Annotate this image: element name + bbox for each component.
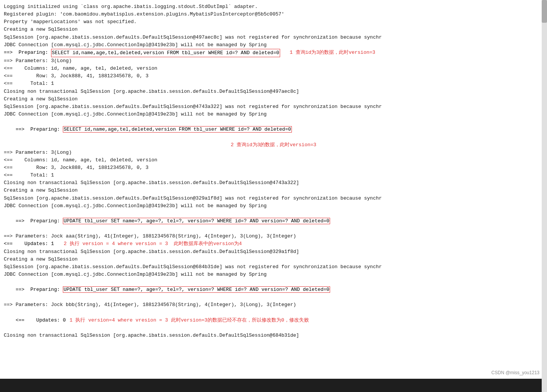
sql-box-4: UPDATE tbl_user SET name=?, age=?, tel=?… — [63, 286, 330, 293]
log-line-12: Closing non transactional SqlSession [or… — [4, 88, 543, 95]
preparing-prefix-2: ==> Preparing: — [16, 127, 63, 132]
log-line-21: Closing non transactional SqlSession [or… — [4, 179, 543, 187]
annotation-1: 1 查询id为3的数据，此时version=3 — [284, 49, 376, 56]
log-line-33: ==> Parameters: Jock bbb(String), 41(Int… — [4, 301, 543, 309]
updates-0-text: <== Updates: 0 — [16, 317, 66, 323]
sql-box-1: SELECT id,name,age,tel,deleted,version F… — [51, 49, 280, 57]
log-line-13: Creating a new SqlSession — [4, 95, 543, 103]
console-area: Logging initialized using `class org.apa… — [0, 0, 547, 379]
log-line-25: ==> Preparing: UPDATE tbl_user SET name=… — [4, 210, 543, 233]
log-line-28: Closing non transactional SqlSession [or… — [4, 248, 543, 256]
annotation-3: 2 执行 version = 4 where version = 3 此时数据库… — [58, 240, 242, 248]
preparing-prefix-3: ==> Preparing: — [16, 218, 63, 224]
log-line-2: Registered plugin: 'com.baomidou.mybatis… — [4, 11, 543, 18]
log-line-29: Creating a new SqlSession — [4, 256, 543, 263]
log-line-8: ==> Parameters: 3(Long) — [4, 57, 543, 65]
log-line-17: ==> Parameters: 3(Long) — [4, 149, 543, 156]
log-line-5: SqlSession [org.apache.ibatis.session.de… — [4, 34, 543, 41]
updates-1-text: <== Updates: 1 — [4, 240, 54, 248]
log-line-11: <== Total: 1 — [4, 80, 543, 87]
sql-box-3: UPDATE tbl_user SET name=?, age=?, tel=?… — [63, 218, 330, 224]
log-line-34: <== Updates: 01 执行 version=4 where vresi… — [4, 309, 543, 332]
scroll-thumb[interactable] — [542, 0, 547, 23]
log-line-14: SqlSession [org.apache.ibatis.session.de… — [4, 103, 543, 111]
sql-box-2: SELECT id,name,age,tel,deleted,version F… — [63, 126, 292, 133]
preparing-prefix-1: ==> Preparing: — [4, 49, 51, 56]
log-line-10: <== Row: 3, Jock888, 41, 18812345678, 0,… — [4, 72, 543, 80]
log-line-35: Closing non transactional SqlSession [or… — [4, 332, 543, 339]
log-line-32: ==> Preparing: UPDATE tbl_user SET name=… — [4, 278, 543, 301]
log-line-16: ==> Preparing: SELECT id,name,age,tel,de… — [4, 118, 543, 141]
log-line-22: Creating a new SqlSession — [4, 187, 543, 194]
annotation-block-2: 2 查询id为3的数据，此时version=3 — [4, 141, 543, 149]
log-line-31: JDBC Connection [com.mysql.cj.jdbc.Conne… — [4, 271, 543, 278]
log-line-18: <== Columns: id, name, age, tel, deleted… — [4, 156, 543, 164]
annotation-4: 1 执行 version=4 where vresion = 3 此时versi… — [70, 317, 309, 323]
log-line-1: Logging initialized using `class org.apa… — [4, 3, 543, 11]
log-line-15: JDBC Connection [com.mysql.cj.jdbc.Conne… — [4, 111, 543, 118]
log-line-27: <== Updates: 1 2 执行 version = 4 where ve… — [4, 240, 543, 248]
log-line-24: JDBC Connection [com.mysql.cj.jdbc.Conne… — [4, 202, 543, 210]
log-line-4: Creating a new SqlSession — [4, 26, 543, 33]
scrollbar[interactable] — [542, 0, 547, 392]
log-line-3: Property 'mapperLocations' was not speci… — [4, 18, 543, 26]
log-line-9: <== Columns: id, name, age, tel, deleted… — [4, 65, 543, 72]
preparing-prefix-4: ==> Preparing: — [16, 287, 63, 292]
log-line-20: <== Total: 1 — [4, 172, 543, 179]
watermark: CSDN @miss_you1213 — [491, 369, 539, 376]
log-line-30: SqlSession [org.apache.ibatis.session.de… — [4, 263, 543, 271]
log-line-7: ==> Preparing: SELECT id,name,age,tel,de… — [4, 49, 543, 57]
log-line-26: ==> Parameters: Jock aaa(String), 41(Int… — [4, 233, 543, 240]
log-line-19: <== Row: 3, Jock888, 41, 18812345678, 0,… — [4, 164, 543, 172]
log-line-6: JDBC Connection [com.mysql.cj.jdbc.Conne… — [4, 41, 543, 49]
log-line-23: SqlSession [org.apache.ibatis.session.de… — [4, 195, 543, 202]
